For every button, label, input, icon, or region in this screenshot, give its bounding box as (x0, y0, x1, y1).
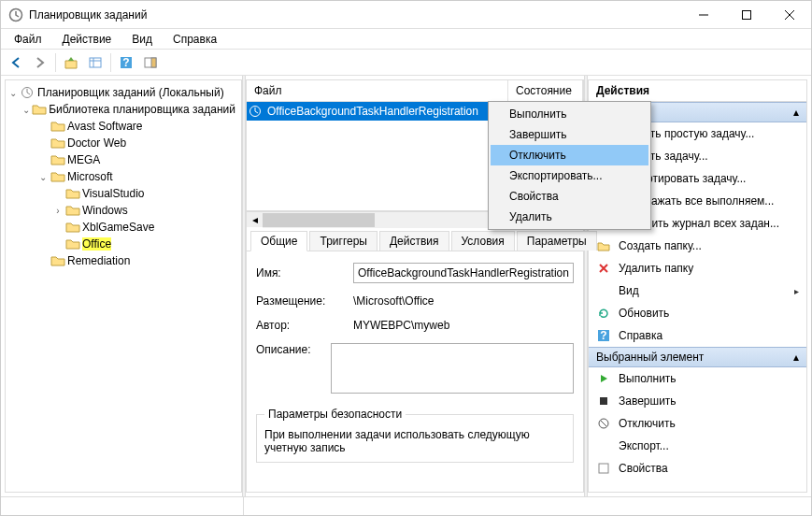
description-label: Описание: (256, 343, 331, 356)
svg-rect-6 (151, 58, 156, 67)
help-icon: ? (596, 328, 611, 343)
context-menu: Выполнить Завершить Отключить Экспортиро… (488, 101, 651, 230)
expand-icon[interactable]: ⌄ (7, 87, 19, 98)
action-delete-folder[interactable]: Удалить папку (589, 257, 806, 280)
tab-settings[interactable]: Параметры (517, 231, 597, 251)
author-label: Автор: (256, 319, 353, 332)
panel-button[interactable] (139, 51, 162, 74)
action-export[interactable]: Экспорт... (589, 435, 806, 457)
close-button[interactable] (768, 1, 811, 28)
ctx-properties[interactable]: Свойства (491, 186, 648, 207)
folder-icon (50, 120, 65, 133)
location-label: Размещение: (256, 294, 353, 308)
location-value: \Microsoft\Office (353, 294, 574, 308)
name-label: Имя: (256, 266, 353, 280)
view-button[interactable] (84, 51, 107, 74)
svg-rect-17 (599, 464, 608, 473)
menubar: Файл Действие Вид Справка (1, 29, 811, 50)
tree-library[interactable]: ⌄ Библиотека планировщика заданий (22, 101, 239, 118)
menu-view[interactable]: Вид (122, 31, 162, 48)
tree-root[interactable]: ⌄ Планировщик заданий (Локальный) (7, 84, 239, 101)
tree-item-mega[interactable]: MEGA (37, 151, 239, 168)
menu-file[interactable]: Файл (5, 31, 51, 48)
tab-triggers[interactable]: Триггеры (309, 231, 378, 251)
description-input[interactable] (331, 343, 574, 394)
statusbar (1, 496, 811, 515)
ctx-delete[interactable]: Удалить (491, 207, 648, 227)
action-refresh[interactable]: Обновить (589, 302, 806, 324)
properties-icon (596, 461, 611, 476)
play-icon (596, 371, 611, 386)
tree-item-xblgamesave[interactable]: XblGameSave (52, 219, 239, 236)
ctx-export[interactable]: Экспортировать... (491, 165, 648, 186)
ctx-run[interactable]: Выполнить (491, 104, 648, 124)
tree-item-microsoft[interactable]: ⌄Microsoft (37, 168, 239, 185)
menu-action[interactable]: Действие (53, 31, 121, 48)
ctx-disable[interactable]: Отключить (491, 145, 648, 165)
tab-actions[interactable]: Действия (379, 231, 449, 251)
tab-general[interactable]: Общие (250, 231, 307, 251)
toolbar-divider (55, 53, 56, 72)
main-content: ⌄ Планировщик заданий (Локальный) ⌄ Библ… (1, 76, 811, 496)
scroll-thumb[interactable] (263, 213, 375, 227)
folder-icon (65, 187, 80, 200)
tree-item-windows[interactable]: ›Windows (52, 202, 239, 219)
folder-icon (65, 221, 80, 234)
tree-navigation[interactable]: ⌄ Планировщик заданий (Локальный) ⌄ Библ… (5, 79, 242, 493)
tree-item-office[interactable]: Office (52, 236, 239, 252)
toolbar-divider (110, 53, 111, 72)
tree-item-remediation[interactable]: Remediation (37, 252, 239, 269)
tree-root-label: Планировщик заданий (Локальный) (37, 86, 224, 99)
svg-rect-2 (90, 58, 101, 67)
clock-icon (249, 105, 264, 118)
expand-icon[interactable]: ⌄ (37, 171, 49, 182)
window-title: Планировщик заданий (29, 8, 682, 22)
up-button[interactable] (60, 51, 82, 74)
collapse-icon[interactable]: › (52, 205, 64, 216)
svg-rect-15 (600, 397, 607, 405)
svg-text:?: ? (122, 56, 129, 69)
action-disable[interactable]: Отключить (589, 412, 806, 435)
chevron-right-icon: ▸ (794, 286, 799, 296)
action-view[interactable]: Вид▸ (589, 280, 806, 302)
tab-bar: Общие Триггеры Действия Условия Параметр… (247, 227, 583, 251)
properties-panel: Имя: Размещение: \Microsoft\Office Автор… (247, 251, 583, 492)
col-file[interactable]: Файл (247, 80, 508, 101)
author-value: MYWEBPC\myweb (353, 319, 574, 332)
ctx-end[interactable]: Завершить (491, 124, 648, 145)
col-state[interactable]: Состояние (508, 80, 583, 101)
security-group: Параметры безопасности При выполнении за… (256, 408, 574, 463)
collapse-icon: ▴ (793, 351, 799, 364)
actions-group-selected[interactable]: Выбранный элемент▴ (589, 347, 806, 367)
actions-title: Действия (589, 80, 806, 102)
action-end[interactable]: Завершить (589, 390, 806, 412)
tab-conditions[interactable]: Условия (451, 231, 515, 251)
expand-icon[interactable]: ⌄ (22, 104, 30, 115)
action-properties[interactable]: Свойства (589, 457, 806, 480)
folder-icon (50, 170, 65, 183)
folder-icon (50, 153, 65, 166)
help-button[interactable]: ? (115, 51, 137, 74)
stop-icon (596, 394, 611, 408)
center-pane: Файл Состояние OfficeBackgroundTaskHandl… (246, 79, 584, 493)
titlebar: Планировщик заданий (1, 1, 811, 29)
action-new-folder[interactable]: Создать папку... (589, 235, 806, 257)
folder-icon (65, 204, 80, 217)
scroll-left-button[interactable]: ◂ (247, 212, 263, 228)
name-input[interactable] (353, 263, 574, 283)
back-button[interactable] (5, 51, 27, 74)
toolbar: ? (1, 50, 811, 76)
window-buttons (682, 1, 811, 28)
tree-item-visualstudio[interactable]: VisualStudio (52, 185, 239, 202)
action-run[interactable]: Выполнить (589, 367, 806, 390)
svg-text:?: ? (600, 329, 606, 342)
forward-button[interactable] (29, 51, 51, 74)
minimize-button[interactable] (682, 1, 725, 28)
tree-item-doctorweb[interactable]: Doctor Web (37, 135, 239, 151)
folder-icon (32, 103, 47, 116)
task-list-header: Файл Состояние (247, 80, 583, 102)
tree-item-avast[interactable]: Avast Software (37, 118, 239, 135)
maximize-button[interactable] (725, 1, 768, 28)
menu-help[interactable]: Справка (164, 31, 226, 48)
action-help[interactable]: ?Справка (589, 324, 806, 347)
